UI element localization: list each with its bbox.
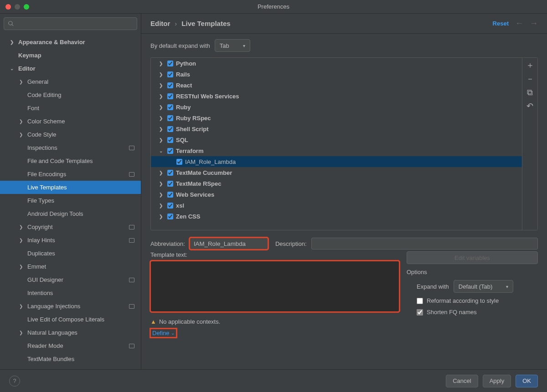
template-group-python[interactable]: ❯Python bbox=[151, 58, 522, 69]
sidebar-item-label: Android Design Tools bbox=[27, 210, 83, 217]
sidebar-item-inlay-hints[interactable]: ❯Inlay Hints bbox=[0, 234, 141, 247]
reformat-checkbox[interactable] bbox=[417, 298, 423, 304]
sidebar-item-live-templates[interactable]: Live Templates bbox=[0, 181, 141, 194]
template-text-area[interactable] bbox=[150, 261, 399, 312]
template-group-checkbox[interactable] bbox=[167, 203, 173, 209]
template-group-label: TextMate RSpec bbox=[176, 180, 221, 187]
apply-button[interactable]: Apply bbox=[483, 375, 511, 387]
sidebar-item-reader-mode[interactable]: Reader Mode bbox=[0, 339, 141, 352]
sidebar-item-duplicates[interactable]: Duplicates bbox=[0, 247, 141, 260]
undo-button[interactable]: ↶ bbox=[526, 102, 535, 111]
template-group-terraform[interactable]: ⌄Terraform bbox=[151, 145, 522, 156]
template-group-textmate-rspec[interactable]: ❯TextMate RSpec bbox=[151, 178, 522, 189]
template-item-iam-role-lambda[interactable]: IAM_Role_Lambda bbox=[151, 156, 522, 167]
template-group-ruby-rspec[interactable]: ❯Ruby RSpec bbox=[151, 112, 522, 123]
sidebar-item-label: Live Edit of Compose Literals bbox=[27, 316, 104, 323]
template-group-xsl[interactable]: ❯xsl bbox=[151, 200, 522, 211]
sidebar-item-inspections[interactable]: Inspections bbox=[0, 141, 141, 154]
sidebar-item-label: Inspections bbox=[27, 144, 57, 151]
shorten-checkbox-row[interactable]: Shorten FQ names bbox=[407, 309, 538, 316]
template-group-checkbox[interactable] bbox=[167, 214, 173, 219]
content-header: Editor › Live Templates Reset ← → bbox=[141, 14, 547, 34]
expand-with-opt-dropdown[interactable]: Default (Tab) ▾ bbox=[454, 280, 513, 293]
template-group-rails[interactable]: ❯Rails bbox=[151, 69, 522, 80]
template-group-label: Shell Script bbox=[176, 126, 209, 132]
sidebar: ❯Appearance & BehaviorKeymap⌄Editor❯Gene… bbox=[0, 14, 141, 369]
template-group-checkbox[interactable] bbox=[167, 181, 173, 187]
shorten-checkbox[interactable] bbox=[417, 309, 423, 316]
sidebar-item-color-scheme[interactable]: ❯Color Scheme bbox=[0, 115, 141, 128]
template-group-react[interactable]: ❯React bbox=[151, 80, 522, 91]
sidebar-item-gui-designer[interactable]: GUI Designer bbox=[0, 273, 141, 286]
description-label: Description: bbox=[275, 240, 307, 247]
template-group-checkbox[interactable] bbox=[167, 115, 173, 121]
breadcrumb-editor[interactable]: Editor bbox=[150, 20, 170, 27]
template-group-checkbox[interactable] bbox=[167, 82, 173, 88]
chevron-right-icon: ❯ bbox=[19, 79, 26, 84]
sidebar-item-textmate-bundles[interactable]: TextMate Bundles bbox=[0, 352, 141, 366]
copy-template-button[interactable]: ⧉ bbox=[526, 88, 535, 97]
sidebar-item-code-style[interactable]: ❯Code Style bbox=[0, 128, 141, 141]
sidebar-item-appearance-behavior[interactable]: ❯Appearance & Behavior bbox=[0, 36, 141, 49]
sidebar-item-editor[interactable]: ⌄Editor bbox=[0, 62, 141, 75]
template-group-restful-web-services[interactable]: ❯RESTful Web Services bbox=[151, 91, 522, 102]
chevron-down-icon: ⌄ bbox=[159, 148, 165, 153]
description-input[interactable] bbox=[311, 238, 538, 249]
chevron-right-icon: ❯ bbox=[159, 94, 165, 99]
sidebar-item-emmet[interactable]: ❯Emmet bbox=[0, 260, 141, 273]
add-template-button[interactable]: ＋ bbox=[526, 61, 535, 70]
sidebar-item-live-edit-of-compose-literals[interactable]: Live Edit of Compose Literals bbox=[0, 313, 141, 326]
template-group-checkbox[interactable] bbox=[167, 104, 173, 110]
cancel-button[interactable]: Cancel bbox=[446, 375, 478, 387]
template-group-sql[interactable]: ❯SQL bbox=[151, 134, 522, 145]
abbreviation-input[interactable] bbox=[190, 238, 268, 249]
template-group-shell-script[interactable]: ❯Shell Script bbox=[151, 123, 522, 134]
search-input[interactable] bbox=[4, 17, 137, 30]
template-group-textmate-cucumber[interactable]: ❯TextMate Cucumber bbox=[151, 167, 522, 178]
template-group-checkbox[interactable] bbox=[167, 137, 173, 143]
sidebar-item-file-types[interactable]: File Types bbox=[0, 194, 141, 207]
reformat-checkbox-row[interactable]: Reformat according to style bbox=[407, 297, 538, 304]
close-window-icon[interactable] bbox=[5, 4, 11, 10]
sidebar-item-label: TextMate Bundles bbox=[27, 356, 74, 362]
sidebar-item-natural-languages[interactable]: ❯Natural Languages bbox=[0, 326, 141, 339]
sidebar-item-file-encodings[interactable]: File Encodings bbox=[0, 168, 141, 181]
template-group-web-services[interactable]: ❯Web Services bbox=[151, 189, 522, 200]
back-arrow-icon: ← bbox=[515, 19, 523, 28]
sidebar-item-android-design-tools[interactable]: Android Design Tools bbox=[0, 207, 141, 220]
template-group-checkbox[interactable] bbox=[167, 192, 173, 198]
template-group-checkbox[interactable] bbox=[167, 126, 173, 132]
maximize-window-icon[interactable] bbox=[24, 4, 29, 10]
sidebar-item-file-and-code-templates[interactable]: File and Code Templates bbox=[0, 154, 141, 168]
template-group-ruby[interactable]: ❯Ruby bbox=[151, 102, 522, 112]
sidebar-item-font[interactable]: Font bbox=[0, 102, 141, 115]
sidebar-item-copyright[interactable]: ❯Copyright bbox=[0, 220, 141, 234]
edit-variables-button[interactable]: Edit variables bbox=[407, 251, 538, 264]
expand-with-dropdown[interactable]: Tab ▾ bbox=[215, 39, 250, 52]
help-button[interactable]: ? bbox=[9, 376, 20, 387]
sidebar-item-general[interactable]: ❯General bbox=[0, 75, 141, 88]
ok-button[interactable]: OK bbox=[516, 375, 538, 387]
template-group-zen-css[interactable]: ❯Zen CSS bbox=[151, 211, 522, 222]
template-tree[interactable]: ❯Python❯Rails❯React❯RESTful Web Services… bbox=[151, 58, 522, 230]
chevron-right-icon: ❯ bbox=[159, 72, 165, 77]
template-group-checkbox[interactable] bbox=[167, 61, 173, 66]
template-item-checkbox[interactable] bbox=[176, 159, 182, 165]
sidebar-item-language-injections[interactable]: ❯Language Injections bbox=[0, 300, 141, 313]
template-group-checkbox[interactable] bbox=[167, 170, 173, 176]
template-group-label: RESTful Web Services bbox=[176, 93, 239, 100]
remove-template-button[interactable]: － bbox=[526, 74, 535, 83]
template-group-checkbox[interactable] bbox=[167, 93, 173, 99]
sidebar-item-code-editing[interactable]: Code Editing bbox=[0, 88, 141, 102]
sidebar-item-label: Code Style bbox=[27, 131, 57, 138]
reset-link[interactable]: Reset bbox=[493, 20, 509, 27]
sidebar-item-keymap[interactable]: Keymap bbox=[0, 49, 141, 62]
template-group-checkbox[interactable] bbox=[167, 71, 173, 77]
define-link[interactable]: Define ⌄ bbox=[150, 329, 176, 337]
scope-badge-icon bbox=[129, 278, 134, 282]
sidebar-item-intentions[interactable]: Intentions bbox=[0, 286, 141, 300]
sidebar-item-label: Language Injections bbox=[27, 303, 80, 310]
sidebar-item-label: General bbox=[27, 78, 48, 85]
minimize-window-icon[interactable] bbox=[15, 4, 20, 10]
template-group-checkbox[interactable] bbox=[167, 148, 173, 154]
